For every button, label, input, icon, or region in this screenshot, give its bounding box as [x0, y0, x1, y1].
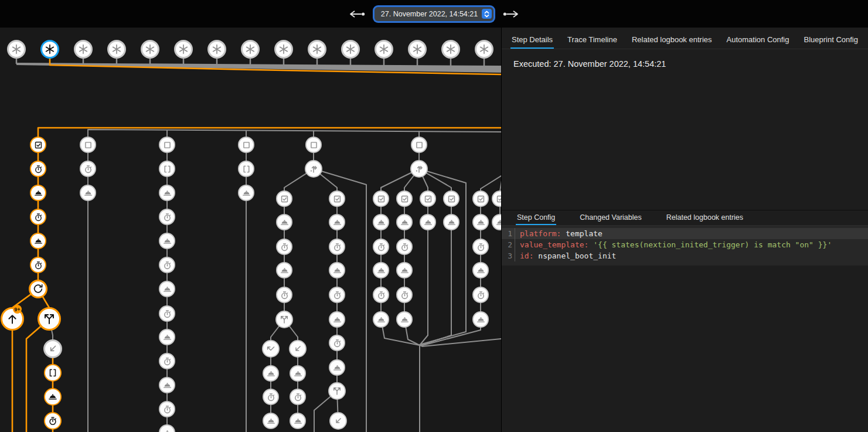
trace-node-room-service-icon[interactable] [443, 214, 459, 230]
trace-node-room-service-icon[interactable] [30, 185, 46, 201]
trace-node-room-service-icon[interactable] [373, 262, 389, 278]
trace-node-asterisk-icon[interactable] [441, 40, 460, 59]
trace-node-room-service-icon[interactable] [159, 185, 175, 201]
trace-node-room-service-icon[interactable] [159, 329, 175, 345]
trace-node-timer-icon[interactable] [263, 389, 279, 405]
trace-node-room-service-icon[interactable] [159, 377, 175, 393]
trace-node-arrow-bottom-left-icon[interactable] [43, 339, 62, 358]
trace-node-code-brackets-icon[interactable] [44, 364, 62, 382]
trace-node-checkbox-blank-icon[interactable] [80, 137, 96, 153]
trace-node-timer-icon[interactable] [30, 161, 46, 177]
trace-node-asterisk-icon[interactable] [375, 40, 393, 59]
trace-node-checkbox-marked-icon[interactable] [329, 191, 345, 207]
trace-node-room-service-icon[interactable] [238, 185, 254, 201]
trace-node-arrow-bottom-left-icon[interactable] [329, 412, 347, 430]
trace-node-asterisk-icon[interactable] [274, 40, 293, 59]
tab-step-details[interactable]: Step Details [510, 28, 554, 49]
trace-node-room-service-icon[interactable] [80, 185, 96, 201]
trace-node-timer-icon[interactable] [329, 287, 345, 303]
trace-node-room-service-icon[interactable] [373, 311, 389, 328]
trace-node-room-service-icon[interactable] [44, 388, 62, 406]
tab-trace-timeline[interactable]: Trace Timeline [566, 28, 618, 49]
yaml-code-editor[interactable]: 1platform: template2value_template: '{{ … [502, 226, 868, 266]
trace-node-timer-icon[interactable] [373, 239, 389, 255]
trace-node-timer-icon[interactable] [472, 239, 489, 255]
trace-node-timer-icon[interactable] [276, 239, 292, 255]
trace-node-asterisk-icon[interactable] [475, 40, 493, 59]
trace-node-checkbox-blank-icon[interactable] [238, 137, 254, 153]
trace-node-room-service-icon[interactable] [373, 214, 389, 230]
tab-related-logbook-entries[interactable]: Related logbook entries [631, 28, 713, 49]
trace-node-timer-icon[interactable] [44, 412, 62, 430]
trace-node-room-service-icon[interactable] [472, 311, 489, 328]
trace-node-room-service-icon[interactable] [290, 365, 306, 382]
trace-node-asterisk-icon[interactable] [141, 40, 159, 59]
trace-node-timer-icon[interactable] [290, 389, 306, 405]
trace-node-asterisk-icon[interactable] [107, 40, 126, 59]
trace-node-asterisk-icon[interactable] [174, 40, 193, 59]
trace-node-room-service-icon[interactable] [329, 359, 345, 376]
trace-node-asterisk-icon[interactable] [241, 40, 260, 59]
trace-node-code-brackets-icon[interactable] [238, 161, 254, 177]
trace-run-select[interactable]: 27. November 2022, 14:54:21 [375, 7, 493, 21]
trace-node-room-service-icon[interactable] [263, 365, 279, 382]
trace-node-room-service-icon[interactable] [396, 262, 413, 278]
trace-node-asterisk-icon[interactable] [341, 40, 360, 59]
trace-node-timer-icon[interactable] [276, 287, 292, 303]
trace-node-asterisk-icon[interactable] [207, 40, 226, 59]
trace-node-checkbox-blank-icon[interactable] [305, 137, 322, 153]
trace-node-call-split-icon[interactable] [328, 382, 346, 400]
trace-node-asterisk-icon[interactable] [40, 40, 59, 59]
tab-blueprint-config[interactable]: Blueprint Config [802, 28, 859, 49]
trace-node-timer-icon[interactable] [373, 287, 389, 303]
trace-node-checkbox-blank-icon[interactable] [411, 137, 427, 153]
trace-node-room-service-icon[interactable] [420, 214, 436, 230]
trace-node-room-service-icon[interactable] [263, 413, 279, 429]
trace-node-room-service-icon[interactable] [329, 214, 345, 230]
trace-node-room-service-icon[interactable] [276, 262, 292, 278]
tab-automation-config[interactable]: Automation Config [726, 28, 791, 49]
trace-node-room-service-icon[interactable] [396, 214, 413, 230]
trace-node-arrow-bottom-left-icon[interactable] [289, 340, 307, 358]
trace-node-asterisk-icon[interactable] [408, 40, 427, 59]
trace-node-timer-icon[interactable] [159, 305, 175, 322]
trace-node-checkbox-marked-icon[interactable] [396, 191, 413, 207]
trace-node-room-service-icon[interactable] [329, 262, 345, 278]
trace-node-room-service-icon[interactable] [472, 262, 489, 278]
trace-node-code-brackets-icon[interactable] [159, 161, 175, 177]
trace-node-asterisk-icon[interactable] [74, 40, 93, 59]
trace-node-checkbox-marked-icon[interactable] [472, 191, 489, 207]
trace-node-checkbox-marked-icon[interactable] [373, 191, 389, 207]
trace-node-room-service-icon[interactable] [276, 214, 292, 230]
trace-node-timer-icon[interactable] [159, 209, 175, 225]
trace-node-arrow-decision-icon[interactable] [410, 160, 428, 178]
trace-node-room-service-icon[interactable] [159, 233, 175, 249]
tab-step-config[interactable]: Step Config [516, 210, 556, 225]
trace-node-checkbox-marked-icon[interactable] [420, 191, 436, 207]
previous-trace-button[interactable] [347, 9, 367, 19]
trace-node-timer-icon[interactable] [159, 257, 175, 273]
trace-node-room-service-icon[interactable] [30, 233, 46, 249]
trace-node-timer-icon[interactable] [472, 287, 489, 303]
trace-node-timer-icon[interactable] [80, 161, 96, 177]
trace-node-timer-icon[interactable] [396, 239, 413, 255]
trace-node-timer-icon[interactable] [396, 287, 413, 303]
trace-node-checkbox-blank-icon[interactable] [159, 137, 175, 153]
trace-node-timer-icon[interactable] [159, 401, 175, 417]
trace-node-timer-icon[interactable] [329, 335, 345, 351]
trace-node-checkbox-marked-icon[interactable] [443, 191, 459, 207]
trace-node-call-missed-icon[interactable] [262, 340, 280, 358]
trace-node-asterisk-icon[interactable] [7, 40, 26, 59]
trace-node-call-split-icon[interactable] [275, 311, 293, 328]
trace-node-timer-icon[interactable] [30, 209, 46, 225]
trace-node-timer-icon[interactable] [329, 239, 345, 255]
trace-node-refresh-icon[interactable] [29, 280, 47, 298]
trace-node-checkbox-marked-icon[interactable] [30, 137, 46, 153]
tab-changed-variables[interactable]: Changed Variables [578, 210, 642, 225]
next-trace-button[interactable] [501, 9, 521, 19]
trace-node-room-service-icon[interactable] [159, 281, 175, 297]
trace-node-timer-icon[interactable] [30, 257, 46, 273]
trace-node-call-split-icon[interactable] [38, 307, 61, 331]
trace-node-timer-icon[interactable] [159, 353, 175, 369]
trace-node-arrow-decision-icon[interactable] [305, 160, 322, 178]
